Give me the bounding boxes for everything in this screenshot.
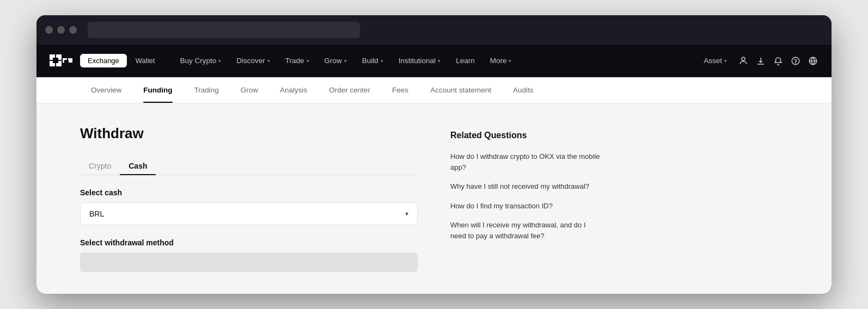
nav-item-buy-crypto[interactable]: Buy Crypto ▾ — [173, 52, 228, 69]
wallet-toggle-btn[interactable]: Wallet — [128, 54, 163, 67]
profile-icon[interactable] — [738, 55, 749, 66]
chevron-down-icon: ▾ — [307, 58, 309, 64]
browser-window: Exchange Wallet Buy Crypto ▾ Discover ▾ … — [36, 15, 832, 294]
exchange-toggle-btn[interactable]: Exchange — [80, 54, 127, 67]
browser-chrome — [36, 15, 832, 45]
page-title: Withdraw — [80, 125, 418, 142]
help-icon[interactable] — [790, 55, 801, 66]
main-content: Withdraw Crypto Cash Select cash BRL ▾ S… — [36, 103, 832, 294]
traffic-light-minimize — [57, 26, 65, 34]
notification-icon[interactable] — [773, 55, 784, 66]
sub-nav: Overview Funding Trading Grow Analysis O… — [36, 77, 832, 103]
logo[interactable] — [50, 54, 74, 67]
nav-items: Buy Crypto ▾ Discover ▾ Trade ▾ Grow ▾ B… — [173, 52, 699, 69]
crypto-tab[interactable]: Crypto — [80, 157, 120, 175]
chevron-down-icon: ▾ — [405, 210, 408, 218]
sub-nav-grow[interactable]: Grow — [230, 77, 269, 103]
left-panel: Withdraw Crypto Cash Select cash BRL ▾ S… — [80, 125, 418, 272]
select-cash-label: Select cash — [80, 188, 418, 197]
traffic-light-close — [45, 26, 53, 34]
related-question-2[interactable]: How do I find my transaction ID? — [450, 201, 603, 212]
nav-toggle: Exchange Wallet — [80, 54, 162, 67]
chevron-down-icon: ▾ — [267, 58, 270, 64]
svg-point-11 — [796, 63, 796, 63]
related-question-1[interactable]: Why have I still not received my withdra… — [450, 181, 603, 192]
select-cash-dropdown[interactable]: BRL ▾ — [80, 202, 418, 225]
chevron-down-icon: ▾ — [218, 58, 221, 64]
select-cash-value: BRL — [89, 209, 104, 218]
language-icon[interactable] — [808, 55, 818, 66]
svg-rect-8 — [64, 60, 69, 63]
top-nav: Exchange Wallet Buy Crypto ▾ Discover ▾ … — [36, 45, 832, 77]
nav-item-grow[interactable]: Grow ▾ — [318, 52, 353, 69]
sub-nav-fees[interactable]: Fees — [381, 77, 419, 103]
nav-item-institutional[interactable]: Institutional ▾ — [392, 52, 447, 69]
chevron-down-icon: ▾ — [724, 58, 727, 64]
related-questions-title: Related Questions — [450, 131, 603, 140]
cash-tab[interactable]: Cash — [120, 157, 156, 175]
svg-rect-7 — [68, 58, 72, 63]
withdraw-tab-group: Crypto Cash — [80, 157, 418, 175]
sub-nav-analysis[interactable]: Analysis — [269, 77, 318, 103]
svg-point-9 — [742, 57, 745, 60]
nav-item-learn[interactable]: Learn — [449, 52, 481, 69]
select-cash-wrapper: BRL ▾ — [80, 202, 418, 225]
chevron-down-icon: ▾ — [381, 58, 383, 64]
sub-nav-trading[interactable]: Trading — [184, 77, 230, 103]
withdrawal-method-label: Select withdrawal method — [80, 238, 418, 247]
traffic-light-maximize — [69, 26, 77, 34]
asset-menu[interactable]: Asset ▾ — [699, 53, 731, 68]
nav-item-build[interactable]: Build ▾ — [356, 52, 390, 69]
sub-nav-funding[interactable]: Funding — [132, 77, 183, 103]
chevron-down-icon: ▾ — [509, 58, 511, 64]
sub-nav-order-center[interactable]: Order center — [318, 77, 381, 103]
right-panel: Related Questions How do I withdraw cryp… — [450, 125, 603, 272]
chevron-down-icon: ▾ — [438, 58, 441, 64]
sub-nav-account-statement[interactable]: Account statement — [419, 77, 502, 103]
nav-item-more[interactable]: More ▾ — [484, 52, 518, 69]
sub-nav-overview[interactable]: Overview — [80, 77, 132, 103]
related-question-0[interactable]: How do I withdraw crypto to OKX via the … — [450, 151, 603, 172]
sub-nav-audits[interactable]: Audits — [502, 77, 545, 103]
nav-right: Asset ▾ — [699, 53, 818, 68]
nav-item-discover[interactable]: Discover ▾ — [230, 52, 277, 69]
chevron-down-icon: ▾ — [344, 58, 347, 64]
download-icon[interactable] — [755, 55, 766, 66]
address-bar[interactable] — [88, 22, 360, 38]
svg-rect-5 — [53, 58, 58, 63]
traffic-lights — [45, 26, 77, 34]
withdrawal-method-bar — [80, 252, 418, 272]
related-question-3[interactable]: When will I receive my withdrawal, and d… — [450, 220, 603, 241]
nav-item-trade[interactable]: Trade ▾ — [279, 52, 316, 69]
